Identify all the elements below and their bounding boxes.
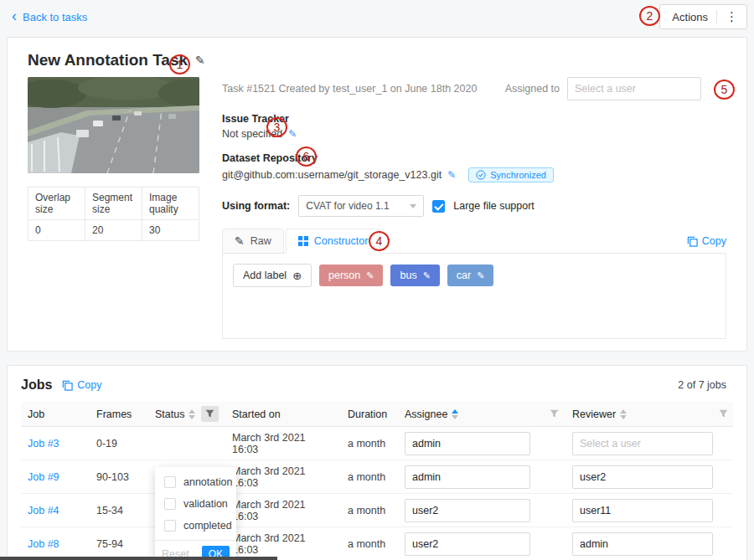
labels-constructor-panel: Add label ⊕ person ✎ bus ✎ car ✎ (222, 254, 726, 339)
job-link[interactable]: Job #9 (28, 471, 59, 483)
started-cell: March 3rd 2021 16:03 (225, 499, 341, 522)
column-status: Status (148, 406, 225, 422)
callout-3: 3 (266, 117, 287, 137)
edit-label-car-icon[interactable]: ✎ (477, 270, 484, 281)
tab-constructor[interactable]: Constructor (286, 229, 381, 254)
label-tag-car[interactable]: car ✎ (447, 265, 494, 286)
jobs-table: Job Frames Status Started on Duration As… (21, 402, 733, 560)
issue-tracker-label: Issue Tracker (222, 113, 726, 125)
filter-checkbox-validation[interactable] (164, 498, 176, 510)
frames-cell: 15-34 (90, 505, 148, 516)
reviewer-input[interactable] (572, 532, 713, 556)
column-assignee: Assignee (398, 408, 566, 420)
more-vertical-icon[interactable]: ⋮ (726, 9, 738, 24)
started-cell: March 3rd 2021 16:03 (225, 532, 341, 556)
frames-cell: 90-103 (90, 471, 148, 483)
task-meta-text: Task #1521 Created by test_user_1 on Jun… (222, 83, 477, 95)
sort-assignee-icon[interactable] (452, 409, 458, 419)
column-started-on: Started on (225, 408, 341, 420)
job-link[interactable]: Job #8 (28, 538, 59, 550)
edit-label-person-icon[interactable]: ✎ (366, 270, 374, 281)
table-row: Job #3 0-19 March 3rd 2021 16:03 a month (21, 427, 733, 460)
assignee-input[interactable] (405, 499, 530, 522)
assignee-input[interactable] (405, 432, 530, 455)
table-row: Job #8 75-94 completed March 3rd 2021 16… (21, 527, 733, 560)
sort-status-icon[interactable] (188, 409, 195, 419)
reviewer-input[interactable] (572, 432, 713, 455)
edit-title-icon[interactable]: ✎ (195, 54, 205, 67)
copy-labels-link[interactable]: Copy (687, 235, 726, 247)
callout-5: 5 (714, 80, 735, 100)
callout-2: 2 (639, 6, 660, 26)
frames-cell: 75-94 (90, 538, 148, 550)
horizontal-scrollbar-thumb[interactable] (0, 557, 277, 560)
job-link[interactable]: Job #3 (28, 438, 59, 450)
sync-check-icon (476, 170, 486, 180)
frames-cell: 0-19 (90, 438, 148, 450)
edit-label-bus-icon[interactable]: ✎ (423, 270, 431, 281)
back-to-tasks-link[interactable]: ‹ Back to tasks (12, 10, 87, 23)
copy-icon (62, 380, 73, 391)
table-row: Job #4 15-34 March 3rd 2021 16:03 a mont… (21, 494, 733, 527)
param-value-segment: 20 (85, 220, 142, 241)
duration-cell: a month (341, 505, 398, 516)
column-job: Job (21, 408, 90, 420)
tab-raw[interactable]: ✎ Raw (222, 229, 284, 254)
filter-assignee-icon[interactable] (550, 409, 559, 419)
copy-icon (687, 236, 698, 247)
button-divider (716, 10, 717, 23)
column-reviewer: Reviewer (566, 408, 735, 420)
reviewer-input[interactable] (572, 499, 713, 522)
table-row: Job #9 90-103 March 3rd 2021 16:03 a mon… (21, 460, 733, 494)
using-format-label: Using format: (222, 200, 290, 212)
started-cell: March 3rd 2021 16:03 (225, 465, 341, 489)
status-filter-dropdown: annotation validation completed Reset OK (155, 467, 236, 560)
back-to-tasks-label: Back to tasks (23, 11, 87, 23)
column-duration: Duration (341, 408, 398, 420)
constructor-tab-icon (298, 236, 308, 246)
task-assignee-select[interactable] (567, 77, 701, 100)
jobs-card: Jobs Copy 2 of 7 jobs Job Frames Status … (7, 365, 747, 560)
duration-cell: a month (341, 438, 398, 450)
assignee-input[interactable] (405, 532, 530, 556)
assigned-to-label: Assigned to (505, 83, 560, 95)
large-file-label: Large file support (453, 200, 535, 212)
large-file-checkbox[interactable] (432, 200, 445, 213)
edit-issue-tracker-icon[interactable]: ✎ (288, 128, 297, 140)
raw-tab-icon: ✎ (235, 234, 245, 248)
filter-reviewer-icon[interactable] (719, 409, 728, 419)
actions-label: Actions (672, 11, 708, 23)
task-params-table: Overlap size Segment size Image quality … (28, 187, 199, 241)
copy-jobs-link[interactable]: Copy (62, 379, 101, 391)
edit-repository-icon[interactable]: ✎ (447, 169, 456, 181)
assignee-input[interactable] (405, 465, 530, 489)
filter-option-annotation[interactable]: annotation (155, 471, 236, 493)
dataset-repository-url: git@github.com:username/git_storage_v123… (222, 169, 442, 181)
add-label-button[interactable]: Add label ⊕ (233, 264, 312, 287)
filter-checkbox-completed[interactable] (164, 520, 176, 532)
param-header-segment: Segment size (85, 188, 142, 220)
format-select[interactable]: CVAT for video 1.1 (298, 195, 424, 217)
task-details-card: New Annotation Task ✎ (7, 37, 747, 352)
label-tag-person[interactable]: person ✎ (319, 265, 383, 286)
job-link[interactable]: Job #4 (28, 505, 59, 516)
sort-reviewer-icon[interactable] (620, 409, 627, 419)
filter-status-icon[interactable] (201, 406, 219, 422)
jobs-count: 2 of 7 jobs (678, 379, 733, 391)
reviewer-input[interactable] (572, 465, 713, 489)
started-cell: March 3rd 2021 16:03 (225, 432, 341, 455)
chevron-down-icon (410, 204, 416, 208)
duration-cell: a month (341, 471, 398, 483)
sync-status-badge: Synchronized (468, 167, 554, 182)
filter-option-completed[interactable]: completed (155, 515, 236, 537)
labels-tabs: ✎ Raw Constructor Copy (222, 229, 726, 254)
actions-button[interactable]: Actions ⋮ (659, 4, 747, 29)
param-header-quality: Image quality (142, 188, 199, 220)
filter-checkbox-annotation[interactable] (164, 476, 176, 488)
task-title: New Annotation Task (28, 51, 188, 69)
filter-option-validation[interactable]: validation (155, 493, 236, 515)
label-tag-bus[interactable]: bus ✎ (390, 265, 439, 286)
jobs-title: Jobs (21, 378, 52, 393)
param-value-overlap: 0 (28, 220, 85, 241)
callout-4: 4 (369, 231, 390, 251)
